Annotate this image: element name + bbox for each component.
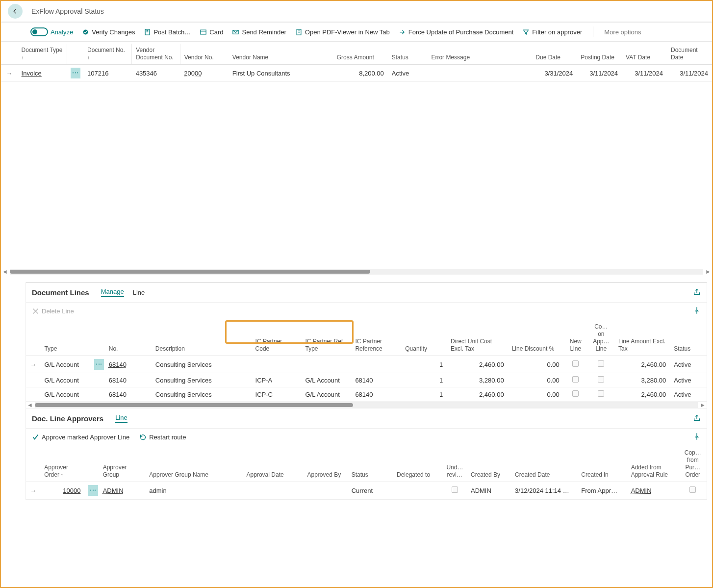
col-doc-date[interactable]: Document Date <box>667 44 712 65</box>
col-due[interactable]: Due Date <box>532 44 577 65</box>
col-appr-group[interactable]: Approver Group <box>99 446 146 482</box>
appr-group-link[interactable]: ADMIN <box>103 487 124 494</box>
col-approval-date[interactable]: Approval Date <box>243 446 304 482</box>
col-error[interactable]: Error Message <box>427 44 532 65</box>
created-in-cell: From Appr… <box>577 482 627 499</box>
vat-cell: 3/11/2024 <box>622 65 667 82</box>
co-app-checkbox[interactable] <box>598 390 604 397</box>
created-by-cell: ADMIN <box>467 482 511 499</box>
col-created-date[interactable]: Created Date <box>511 446 577 482</box>
lines-hscroll[interactable]: ◄ ► <box>26 402 707 409</box>
more-options-button[interactable]: More options <box>604 28 641 36</box>
col-created-by[interactable]: Created By <box>467 446 511 482</box>
verify-changes-button[interactable]: Verify Changes <box>82 28 135 36</box>
new-line-checkbox[interactable] <box>572 360 579 367</box>
col-cop-order[interactable]: Cop… from Pur… Order <box>679 446 707 482</box>
col-approved-by[interactable]: Approved By <box>304 446 348 482</box>
added-from-link[interactable]: ADMIN <box>631 487 652 494</box>
row-menu-icon[interactable]: ⋮ <box>94 359 104 370</box>
icp-ref-cell: 68140 <box>351 373 401 387</box>
co-app-checkbox[interactable] <box>598 360 604 367</box>
row-menu-icon[interactable]: ⋮ <box>71 68 80 78</box>
col-created-in[interactable]: Created in <box>577 446 627 482</box>
row-arrow-icon[interactable] <box>26 373 40 387</box>
col-co-app[interactable]: Co… on App… Line <box>588 320 614 356</box>
col-appr-group-name[interactable]: Approver Group Name <box>145 446 242 482</box>
col-line-type[interactable]: Type <box>40 320 90 356</box>
qty-cell: 1 <box>401 356 447 373</box>
col-appr-order[interactable]: Approver Order <box>40 446 84 482</box>
open-pdf-button[interactable]: Open PDF-Viewer in New Tab <box>295 28 390 36</box>
appr-order-link[interactable]: 10000 <box>63 487 80 494</box>
share-icon[interactable] <box>693 288 701 297</box>
col-und-revi[interactable]: Und… revi… <box>442 446 467 482</box>
col-amount[interactable]: Line Amount Excl. Tax <box>614 320 670 356</box>
delete-line-button[interactable]: Delete Line <box>32 307 74 315</box>
new-line-checkbox[interactable] <box>572 390 579 397</box>
und-revi-checkbox[interactable] <box>452 486 458 493</box>
approvers-tab-line[interactable]: Line <box>115 414 127 423</box>
approvers-pin-icon[interactable] <box>693 433 701 442</box>
col-vat[interactable]: VAT Date <box>622 44 667 65</box>
col-qty[interactable]: Quantity <box>401 320 447 356</box>
approvers-share-icon[interactable] <box>693 414 701 423</box>
col-doc-no[interactable]: Document No. <box>83 44 132 65</box>
back-button[interactable] <box>8 4 23 19</box>
main-row[interactable]: → Invoice ⋮ 107216 435346 20000 First Up… <box>1 65 712 82</box>
col-doc-type[interactable]: Document Type <box>18 44 67 65</box>
line-row[interactable]: G/L Account68140Consulting ServicesICP-A… <box>26 373 707 387</box>
filter-approver-button[interactable]: Filter on approver <box>522 28 582 36</box>
col-gross[interactable]: Gross Amount <box>333 44 388 65</box>
col-disc[interactable]: Line Discount % <box>508 320 563 356</box>
send-reminder-button[interactable]: Send Reminder <box>232 28 286 36</box>
col-line-no[interactable]: No. <box>105 320 152 356</box>
pin-icon[interactable] <box>693 307 701 316</box>
col-vendor-no[interactable]: Vendor No. <box>180 44 229 65</box>
co-app-checkbox[interactable] <box>598 376 604 383</box>
force-update-button[interactable]: Force Update of Purchase Document <box>399 28 514 36</box>
row-arrow-icon[interactable]: → <box>26 482 40 499</box>
analyze-toggle[interactable]: Analyze <box>30 27 73 36</box>
line-type-cell: G/L Account <box>40 373 90 387</box>
line-type-cell: G/L Account <box>40 356 90 373</box>
col-delegated[interactable]: Delegated to <box>393 446 442 482</box>
col-vendor-name[interactable]: Vendor Name <box>229 44 333 65</box>
doc-type-link[interactable]: Invoice <box>22 70 42 77</box>
approve-marked-button[interactable]: Approve marked Approver Line <box>32 434 129 441</box>
disc-cell: 0.00 <box>508 356 563 373</box>
line-status-cell: Active <box>670 387 707 402</box>
col-unit-cost[interactable]: Direct Unit Cost Excl. Tax <box>447 320 508 356</box>
line-row[interactable]: G/L Account68140Consulting ServicesICP-C… <box>26 387 707 402</box>
unit-cost-cell: 2,460.00 <box>447 387 508 402</box>
col-added-from[interactable]: Added from Approval Rule <box>627 446 679 482</box>
line-row[interactable]: →G/L Account⋮68140Consulting Services12,… <box>26 356 707 373</box>
error-cell <box>427 65 532 82</box>
col-status[interactable]: Status <box>388 44 428 65</box>
col-posting[interactable]: Posting Date <box>577 44 622 65</box>
cop-order-checkbox[interactable] <box>689 486 696 493</box>
col-new-line[interactable]: New Line <box>563 320 588 356</box>
new-line-checkbox[interactable] <box>572 376 579 383</box>
main-hscroll[interactable]: ◄ ► <box>1 268 712 275</box>
col-appr-status[interactable]: Status <box>348 446 393 482</box>
approved-by-cell <box>304 482 348 499</box>
col-line-desc[interactable]: Description <box>152 320 252 356</box>
vendor-no-link[interactable]: 20000 <box>184 70 202 77</box>
row-arrow-icon[interactable]: → <box>1 65 18 82</box>
row-menu-icon[interactable]: ⋮ <box>88 485 98 496</box>
col-icp-ref[interactable]: IC Partner Reference <box>351 320 401 356</box>
restart-route-button[interactable]: Restart route <box>139 434 186 441</box>
row-arrow-icon[interactable]: → <box>26 356 40 373</box>
tab-manage[interactable]: Manage <box>101 288 124 297</box>
row-arrow-icon[interactable] <box>26 387 40 402</box>
card-button[interactable]: Card <box>200 28 223 36</box>
tab-line[interactable]: Line <box>133 289 145 296</box>
line-desc-cell: Consulting Services <box>152 387 252 402</box>
col-line-status[interactable]: Status <box>670 320 707 356</box>
col-vendor-doc-no[interactable]: Vendor Document No. <box>132 44 180 65</box>
col-icp-ref-type[interactable]: IC Partner Ref. Type <box>302 320 352 356</box>
col-icp-code[interactable]: IC Partner Code <box>252 320 302 356</box>
post-batch-button[interactable]: Post Batch… <box>144 28 191 36</box>
disc-cell: 0.00 <box>508 373 563 387</box>
approver-row[interactable]: → 10000 ⋮ ADMIN admin Current ADMIN 3/12… <box>26 482 707 499</box>
